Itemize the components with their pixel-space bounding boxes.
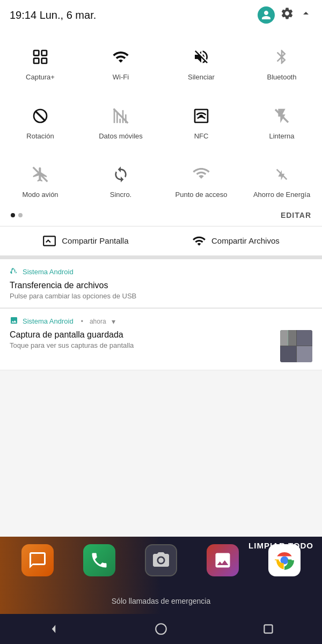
tile-wifi-label: Wi-Fi xyxy=(113,73,129,82)
screenshot-notif-icon xyxy=(10,316,18,327)
time: 19:14 xyxy=(10,9,36,21)
svg-line-6 xyxy=(35,111,46,121)
tile-nfc[interactable]: NFC xyxy=(161,96,241,146)
notif-screenshot-body: Captura de pantalla guardada Toque para … xyxy=(10,330,312,362)
time-date: 19:14 Lun., 6 mar. xyxy=(10,9,96,21)
app-messages[interactable] xyxy=(21,544,54,576)
dock-apps xyxy=(0,544,322,576)
home-button[interactable] xyxy=(146,618,176,640)
edit-button[interactable]: EDITAR xyxy=(281,211,311,219)
svg-rect-1 xyxy=(42,50,47,55)
tiles-row-2: Rotación Datos móviles NFC Linterna xyxy=(0,89,322,148)
tile-captura[interactable]: Captura+ xyxy=(0,36,80,87)
tile-rotacion-label: Rotación xyxy=(26,132,54,141)
tile-datos-label: Datos móviles xyxy=(99,132,143,141)
tile-captura-label: Captura+ xyxy=(26,73,55,82)
notif-screenshot-appname: Sistema Android xyxy=(23,317,74,325)
share-files-icon xyxy=(192,234,206,248)
nfc-icon xyxy=(189,104,213,128)
svg-marker-12 xyxy=(52,625,56,633)
svg-rect-2 xyxy=(34,58,39,63)
back-button[interactable] xyxy=(39,618,69,640)
rotation-icon xyxy=(28,104,52,128)
notif-screenshot-subtitle: Toque para ver sus capturas de pantalla xyxy=(10,341,274,349)
emergency-text: Sólo llamadas de emergencia xyxy=(0,597,322,605)
status-icons xyxy=(258,6,312,24)
share-row: Compartir Pantalla Compartir Archivos xyxy=(0,226,322,256)
share-screen-icon xyxy=(42,234,56,248)
collapse-icon[interactable] xyxy=(299,7,312,23)
share-files-button[interactable]: Compartir Archivos xyxy=(192,234,280,248)
share-files-label: Compartir Archivos xyxy=(211,236,280,245)
quick-tiles: Captura+ Wi-Fi Silenciar Bluetooth xyxy=(0,30,322,226)
screenshot-thumbnail xyxy=(280,330,312,362)
settings-icon[interactable] xyxy=(280,6,294,24)
app-phone[interactable] xyxy=(83,544,115,576)
data-icon xyxy=(109,104,133,128)
svg-point-13 xyxy=(156,624,166,634)
tile-bluetooth[interactable]: Bluetooth xyxy=(241,36,322,87)
tile-silenciar-label: Silenciar xyxy=(188,73,215,82)
bluetooth-icon xyxy=(270,45,294,69)
notif-usb-appname: Sistema Android xyxy=(23,268,74,276)
sync-icon xyxy=(109,163,133,186)
tile-avion[interactable]: Modo avión xyxy=(0,154,80,204)
notif-usb-header: Sistema Android xyxy=(10,267,312,277)
app-chrome[interactable] xyxy=(268,544,301,576)
svg-rect-0 xyxy=(34,50,39,55)
tiles-footer: EDITAR xyxy=(0,207,322,226)
svg-rect-14 xyxy=(264,625,272,633)
bottom-area: LIMPIAR TODO Sólo llamadas de emergencia xyxy=(0,537,322,644)
notification-usb[interactable]: Sistema Android Transferencia de archivo… xyxy=(0,259,322,308)
battery-saver-icon xyxy=(270,163,294,186)
tile-sincro[interactable]: Sincro. xyxy=(80,154,161,204)
notif-usb-subtitle: Pulse para cambiar las opciones de USB xyxy=(10,292,312,300)
tile-punto-label: Punto de acceso xyxy=(175,191,228,199)
mute-icon xyxy=(189,45,213,69)
tile-ahorro-label: Ahorro de Energía xyxy=(253,191,310,199)
hotspot-icon xyxy=(189,163,213,186)
nav-bar xyxy=(0,614,322,644)
share-screen-label: Compartir Pantalla xyxy=(62,236,128,245)
recents-button[interactable] xyxy=(253,618,283,640)
dot-2[interactable] xyxy=(18,213,23,217)
tile-bluetooth-label: Bluetooth xyxy=(267,73,297,82)
page-dots xyxy=(11,213,23,217)
dot-1[interactable] xyxy=(11,213,15,217)
tile-punto[interactable]: Punto de acceso xyxy=(161,154,241,204)
torch-icon xyxy=(270,104,294,128)
app-photos[interactable] xyxy=(207,544,239,576)
notif-dot-sep: • xyxy=(81,318,83,325)
svg-rect-3 xyxy=(42,58,47,63)
tiles-row-3: Modo avión Sincro. Punto de acceso Ahorr… xyxy=(0,148,322,207)
user-icon[interactable] xyxy=(258,6,275,24)
tile-linterna[interactable]: Linterna xyxy=(241,96,322,146)
notif-screenshot-text: Captura de pantalla guardada Toque para … xyxy=(10,330,274,349)
notif-screenshot-header: Sistema Android • ahora ▾ xyxy=(10,316,312,327)
capture-icon xyxy=(28,45,52,69)
tile-datos[interactable]: Datos móviles xyxy=(80,96,161,146)
notif-expand-icon[interactable]: ▾ xyxy=(112,317,115,326)
notif-screenshot-time: ahora xyxy=(90,318,106,325)
wifi-icon xyxy=(109,45,133,69)
tile-nfc-label: NFC xyxy=(194,132,209,141)
tile-sincro-label: Sincro. xyxy=(110,191,131,199)
notif-screenshot-title: Captura de pantalla guardada xyxy=(10,330,274,340)
tile-wifi[interactable]: Wi-Fi xyxy=(80,36,161,87)
date: Lun., 6 mar. xyxy=(40,9,97,21)
tile-avion-label: Modo avión xyxy=(22,191,58,199)
status-bar: 19:14 Lun., 6 mar. xyxy=(0,0,322,30)
notification-screenshot[interactable]: Sistema Android • ahora ▾ Captura de pan… xyxy=(0,309,322,370)
tile-rotacion[interactable]: Rotación xyxy=(0,96,80,146)
tile-silenciar[interactable]: Silenciar xyxy=(161,36,241,87)
app-camera[interactable] xyxy=(145,544,177,576)
tile-ahorro[interactable]: Ahorro de Energía xyxy=(241,154,322,204)
tile-linterna-label: Linterna xyxy=(269,132,295,141)
notif-usb-title: Transferencia de archivos xyxy=(10,281,312,290)
airplane-icon xyxy=(28,163,52,186)
share-screen-button[interactable]: Compartir Pantalla xyxy=(42,234,128,248)
tiles-row-1: Captura+ Wi-Fi Silenciar Bluetooth xyxy=(0,30,322,89)
usb-icon xyxy=(10,267,18,277)
